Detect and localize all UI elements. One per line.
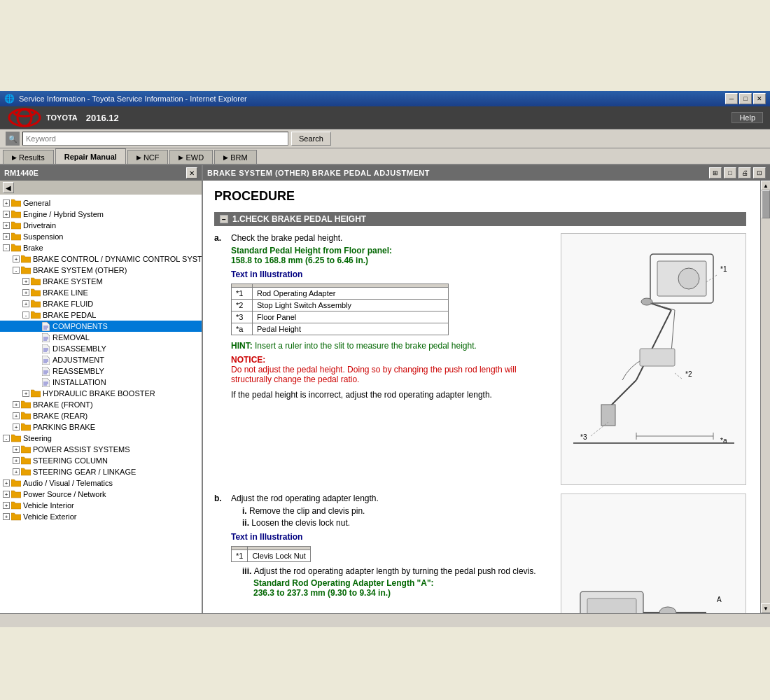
tree-expand-btn[interactable]: +: [22, 289, 29, 296]
tree-item[interactable]: +BRAKE LINE: [0, 287, 202, 298]
step-a-table: *1Rod Operating Adapter*2Stop Light Swit…: [231, 284, 449, 335]
tree-item[interactable]: -Steering: [0, 433, 202, 444]
search-icon-box: 🔍: [6, 132, 20, 146]
tree-expand-btn[interactable]: +: [13, 255, 20, 262]
tree-item[interactable]: COMPONENTS: [0, 321, 202, 332]
svg-line-33: [706, 275, 717, 282]
folder-icon: [21, 456, 31, 465]
folder-icon: [11, 478, 21, 488]
tree-item[interactable]: +BRAKE FLUID: [0, 298, 202, 309]
tree-expand-btn[interactable]: +: [13, 468, 20, 475]
ie-icon: 🌐: [4, 94, 15, 104]
svg-line-24: [636, 310, 671, 380]
step-a-content: Check the brake pedal height. Standard P…: [231, 233, 552, 400]
tree-item[interactable]: +STEERING COLUMN: [0, 455, 202, 466]
scroll-up-button[interactable]: ▲: [761, 181, 770, 190]
tab-results[interactable]: ▶ Results: [3, 150, 54, 164]
tree-item[interactable]: +STEERING GEAR / LINKAGE: [0, 466, 202, 477]
tree-item-label: BRAKE LINE: [43, 288, 88, 297]
tree-item[interactable]: INSTALLATION: [0, 377, 202, 388]
help-button[interactable]: Help: [732, 112, 763, 123]
ctrl-btn-4[interactable]: ⊡: [753, 167, 766, 178]
tree-item[interactable]: -Brake: [0, 242, 202, 253]
tree-item[interactable]: +Vehicle Interior: [0, 500, 202, 511]
tree-item[interactable]: DISASSEMBLY: [0, 343, 202, 354]
tree-item[interactable]: +Vehicle Exterior: [0, 511, 202, 522]
substep-ii: ii. Loosen the clevis lock nut.: [242, 518, 536, 528]
tree-item[interactable]: +BRAKE SYSTEM: [0, 276, 202, 287]
search-input[interactable]: [22, 132, 288, 146]
tab-ncf-label: NCF: [144, 153, 160, 162]
scroll-thumb[interactable]: [762, 190, 770, 218]
ctrl-btn-2[interactable]: □: [724, 167, 736, 178]
scroll-down-button[interactable]: ▼: [761, 603, 770, 613]
search-icon: 🔍: [8, 135, 17, 143]
tree-expand-btn[interactable]: -: [3, 435, 10, 442]
tab-brm[interactable]: ▶ BRM: [214, 150, 256, 164]
tree-item[interactable]: +HYDRAULIC BRAKE BOOSTER: [0, 388, 202, 399]
tree-item[interactable]: -BRAKE SYSTEM (OTHER): [0, 265, 202, 276]
tree-item[interactable]: +General: [0, 197, 202, 209]
tree-item[interactable]: +Audio / Visual / Telematics: [0, 477, 202, 489]
folder-icon: [11, 243, 21, 253]
tree-expand-btn[interactable]: +: [22, 300, 29, 307]
tree-expand-btn[interactable]: +: [3, 200, 10, 206]
minimize-button[interactable]: ─: [725, 93, 738, 104]
tree-item[interactable]: REASSEMBLY: [0, 365, 202, 377]
tree-expand-btn[interactable]: +: [3, 211, 10, 218]
tree-expand-btn[interactable]: +: [13, 424, 20, 430]
tree-expand-btn[interactable]: +: [3, 513, 10, 520]
tree-expand-btn[interactable]: +: [3, 479, 10, 486]
content-wrapper: PROCEDURE − 1.CHECK BRAKE PEDAL HEIGHT a…: [203, 181, 770, 613]
tree-item-label: COMPONENTS: [52, 322, 108, 330]
tab-repair-manual[interactable]: Repair Manual: [55, 148, 126, 164]
step-a-notice: NOTICE: Do not adjust the pedal height. …: [231, 355, 552, 384]
section-collapse-btn[interactable]: −: [220, 215, 228, 223]
tree-item[interactable]: +BRAKE CONTROL / DYNAMIC CONTROL SYSTEMS: [0, 253, 202, 265]
tree-expand-btn[interactable]: +: [3, 233, 10, 240]
panel-close-button[interactable]: ✕: [186, 167, 197, 178]
maximize-button[interactable]: □: [739, 93, 752, 104]
tree-item-label: Engine / Hybrid System: [23, 210, 104, 218]
tree-expand-btn[interactable]: +: [13, 446, 20, 453]
tree-expand-btn[interactable]: -: [22, 312, 29, 318]
folder-icon: [31, 276, 41, 286]
tree-item[interactable]: +Engine / Hybrid System: [0, 209, 202, 220]
tree-expand-btn[interactable]: +: [3, 491, 10, 498]
tree-item[interactable]: +PARKING BRAKE: [0, 421, 202, 433]
tree-item[interactable]: -BRAKE PEDAL: [0, 309, 202, 321]
close-button[interactable]: ✕: [753, 93, 766, 104]
tree-item[interactable]: +Power Source / Network: [0, 489, 202, 500]
tree-expand-btn[interactable]: +: [22, 278, 29, 285]
tree-expand-btn[interactable]: +: [13, 457, 20, 464]
folder-icon: [11, 489, 21, 499]
tree-expand-btn[interactable]: -: [3, 244, 10, 251]
tree-expand-btn[interactable]: +: [3, 502, 10, 509]
substep-iii-label: iii.: [242, 566, 254, 576]
tree-item[interactable]: +Suspension: [0, 231, 202, 242]
search-button[interactable]: Search: [291, 132, 331, 146]
document-icon: [41, 355, 50, 365]
tree-expand-btn[interactable]: +: [22, 390, 29, 397]
print-button[interactable]: 🖨: [738, 167, 751, 178]
tree-item[interactable]: +BRAKE (FRONT): [0, 399, 202, 410]
tree-item[interactable]: +POWER ASSIST SYSTEMS: [0, 444, 202, 455]
right-controls: ⊞ □ 🖨 ⊡: [709, 167, 766, 178]
tree-item[interactable]: +Drivetrain: [0, 220, 202, 231]
ctrl-btn-1[interactable]: ⊞: [709, 167, 722, 178]
nav-back-button[interactable]: ◀: [3, 182, 14, 193]
tree-item[interactable]: ADJUSTMENT: [0, 354, 202, 365]
notice-text: Do not adjust the pedal height. Doing so…: [231, 365, 552, 384]
folder-icon: [11, 500, 21, 510]
section-1-title: 1.CHECK BRAKE PEDAL HEIGHT: [232, 214, 366, 224]
tab-ewd-label: EWD: [186, 153, 204, 162]
tree-expand-btn[interactable]: +: [3, 222, 10, 229]
tree-expand-btn[interactable]: -: [13, 267, 20, 274]
tree-item[interactable]: +BRAKE (REAR): [0, 410, 202, 421]
tree-item[interactable]: REMOVAL: [0, 332, 202, 343]
toyota-year: 2016.12: [86, 113, 119, 123]
tab-ncf[interactable]: ▶ NCF: [127, 150, 169, 164]
tree-expand-btn[interactable]: +: [13, 412, 20, 419]
tab-ewd[interactable]: ▶ EWD: [169, 150, 213, 164]
tree-expand-btn[interactable]: +: [13, 401, 20, 408]
